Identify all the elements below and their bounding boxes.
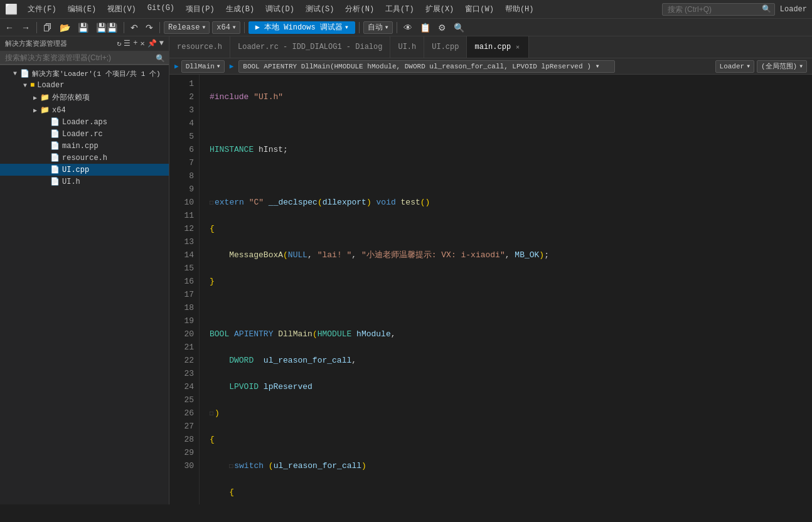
config-dropdown[interactable]: Release ▼ bbox=[164, 21, 210, 34]
undo-button[interactable]: ↶ bbox=[128, 21, 141, 34]
external-deps-label: 外部依赖项 bbox=[52, 92, 90, 103]
toolbar-btn-3[interactable]: ⚙ bbox=[435, 21, 449, 34]
menu-tools[interactable]: 工具(T) bbox=[380, 3, 419, 16]
sidebar-search-row: 🔍 bbox=[0, 51, 169, 65]
tab-main-cpp-close[interactable]: ✕ bbox=[515, 43, 521, 51]
run-button[interactable]: ▶ 本地 Windows 调试器 ▼ bbox=[248, 21, 355, 34]
config-dropdown-arrow: ▼ bbox=[202, 24, 205, 30]
x64-label: x64 bbox=[52, 106, 66, 115]
menu-file[interactable]: 文件(F) bbox=[23, 3, 61, 16]
menu-help[interactable]: 帮助(H) bbox=[500, 3, 539, 16]
sidebar-icon-pin[interactable]: 📌 bbox=[147, 39, 157, 48]
separator-6 bbox=[397, 22, 397, 33]
sidebar-icon-options[interactable]: ▼ bbox=[159, 39, 164, 48]
code-line-12: LPVOID lpReserved bbox=[210, 380, 812, 393]
sidebar-item-ui-h[interactable]: ▶ 📄 UI.h bbox=[0, 176, 169, 188]
ui-cpp-label: UI.cpp bbox=[62, 166, 89, 174]
external-deps-arrow: ▶ bbox=[30, 94, 40, 102]
tab-loader-rc[interactable]: Loader.rc - IDD_DIALOG1 - Dialog bbox=[230, 36, 390, 58]
menu-debug[interactable]: 调试(D) bbox=[260, 3, 299, 16]
solution-item[interactable]: ▼ 📄 解决方案'Loader'(1 个项目/共 1 个) bbox=[0, 68, 169, 80]
cpp-file-icon: 📄 bbox=[50, 141, 60, 151]
sidebar-header-icons: ↻ ☰ + ✕ 📌 ▼ bbox=[117, 39, 164, 48]
tab-resource-h[interactable]: resource.h bbox=[169, 36, 230, 58]
loader-aps-spacer: ▶ bbox=[40, 119, 50, 126]
sidebar-header: 解决方案资源管理器 ↻ ☰ + ✕ 📌 ▼ bbox=[0, 36, 169, 51]
nav-scope-left-arrow: ▼ bbox=[217, 63, 220, 69]
menu-test[interactable]: 测试(S) bbox=[301, 3, 339, 16]
toolbar-btn-1[interactable]: 👁 bbox=[401, 21, 415, 34]
code-editor[interactable]: 1 2 3 4 5 6 7 8 9 10 11 12 13 14 15 16 1… bbox=[169, 75, 812, 504]
tab-ui-cpp[interactable]: UI.cpp bbox=[424, 36, 467, 58]
nav-location-right-label: (全局范围) bbox=[761, 61, 797, 71]
menu-extensions[interactable]: 扩展(X) bbox=[420, 3, 459, 16]
toolbar-btn-2[interactable]: 📋 bbox=[417, 21, 433, 34]
new-file-button[interactable]: 🗍 bbox=[41, 21, 55, 34]
solution-icon: 📄 bbox=[20, 69, 29, 78]
solution-explorer: 解决方案资源管理器 ↻ ☰ + ✕ 📌 ▼ 🔍 ▼ 📄 解决方案'Loader'… bbox=[0, 36, 169, 504]
forward-button[interactable]: → bbox=[19, 21, 33, 34]
nav-bar: ▶ DllMain ▼ ▶ BOOL APIENTRY DllMain(HMOD… bbox=[169, 58, 812, 75]
separator-5 bbox=[359, 22, 360, 33]
nav-location: Loader ▼ (全局范围) ▼ bbox=[715, 60, 807, 73]
tab-main-cpp[interactable]: main.cpp ✕ bbox=[467, 36, 529, 58]
code-line-6: { bbox=[210, 222, 812, 235]
solution-label: 解决方案'Loader'(1 个项目/共 1 个) bbox=[32, 69, 161, 78]
menu-window[interactable]: 窗口(W) bbox=[460, 3, 499, 16]
sidebar-item-x64[interactable]: ▶ 📁 x64 bbox=[0, 104, 169, 116]
tab-ui-h[interactable]: UI.h bbox=[390, 36, 424, 58]
loader-aps-label: Loader.aps bbox=[62, 118, 107, 127]
sidebar-item-loader-rc[interactable]: ▶ 📄 Loader.rc bbox=[0, 128, 169, 140]
line-numbers: 1 2 3 4 5 6 7 8 9 10 11 12 13 14 15 16 1… bbox=[169, 75, 200, 504]
code-line-5: □extern "C" __declspec(dllexport) void t… bbox=[210, 196, 812, 209]
sidebar-icon-sync[interactable]: ↻ bbox=[117, 39, 121, 48]
menu-project[interactable]: 项目(P) bbox=[181, 3, 220, 16]
toolbar-btn-4[interactable]: 🔍 bbox=[451, 21, 467, 34]
back-button[interactable]: ← bbox=[3, 21, 16, 34]
solution-arrow: ▼ bbox=[10, 70, 20, 77]
resource-h-spacer: ▶ bbox=[40, 154, 50, 162]
sidebar-item-external-deps[interactable]: ▶ 📁 外部依赖项 bbox=[0, 91, 169, 104]
loader-project-arrow: ▼ bbox=[20, 82, 30, 89]
main-cpp-label: main.cpp bbox=[62, 142, 99, 151]
platform-dropdown[interactable]: x64 ▼ bbox=[212, 21, 240, 34]
x64-arrow: ▶ bbox=[30, 107, 40, 114]
global-search-input[interactable] bbox=[662, 3, 775, 16]
ui-h-icon: 📄 bbox=[50, 177, 60, 186]
sidebar-item-resource-h[interactable]: ▶ 📄 resource.h bbox=[0, 152, 169, 164]
sidebar-icon-filter[interactable]: ☰ bbox=[124, 39, 131, 48]
save-all-button[interactable]: 💾💾 bbox=[93, 21, 120, 34]
sidebar-item-ui-cpp[interactable]: ▶ 📄 UI.cpp bbox=[0, 164, 169, 176]
nav-location-left[interactable]: Loader ▼ bbox=[715, 60, 754, 73]
code-line-13: □) bbox=[210, 407, 812, 420]
sidebar-icon-close[interactable]: ✕ bbox=[141, 39, 145, 48]
tab-ui-cpp-label: UI.cpp bbox=[432, 43, 459, 51]
separator-1 bbox=[36, 22, 37, 33]
nav-scope-right[interactable]: BOOL APIENTRY DllMain(HMODULE hModule, D… bbox=[238, 60, 615, 73]
redo-button[interactable]: ↷ bbox=[143, 21, 156, 34]
open-file-button[interactable]: 📂 bbox=[57, 21, 73, 34]
menu-view[interactable]: 视图(V) bbox=[102, 3, 141, 16]
run-dropdown-arrow: ▼ bbox=[345, 24, 348, 30]
platform-dropdown-arrow: ▼ bbox=[233, 24, 236, 30]
menu-edit[interactable]: 编辑(E) bbox=[63, 3, 102, 16]
auto-dropdown[interactable]: 自动 ▼ bbox=[363, 21, 393, 34]
ui-h-label: UI.h bbox=[62, 178, 80, 186]
code-content[interactable]: #include "UI.h" HINSTANCE hInst; □extern… bbox=[200, 75, 812, 504]
sidebar-icon-new[interactable]: + bbox=[133, 39, 137, 48]
sidebar-search-input[interactable] bbox=[0, 51, 169, 65]
menu-git[interactable]: Git(G) bbox=[142, 3, 179, 16]
sidebar-item-loader-project[interactable]: ▼ ■ Loader bbox=[0, 80, 169, 91]
separator-2 bbox=[124, 22, 124, 33]
loader-rc-spacer: ▶ bbox=[40, 130, 50, 138]
main-toolbar: ← → 🗍 📂 💾 💾💾 ↶ ↷ Release ▼ x64 ▼ ▶ 本地 Wi… bbox=[0, 19, 812, 36]
nav-location-right[interactable]: (全局范围) ▼ bbox=[757, 60, 807, 73]
menu-build[interactable]: 生成(B) bbox=[221, 3, 260, 16]
menu-analyze[interactable]: 分析(N) bbox=[340, 3, 379, 16]
aps-file-icon: 📄 bbox=[50, 117, 60, 127]
save-button[interactable]: 💾 bbox=[75, 21, 91, 34]
nav-scope-left[interactable]: DllMain ▼ bbox=[181, 60, 225, 73]
nav-file-icon: ▶ bbox=[174, 62, 179, 70]
sidebar-item-loader-aps[interactable]: ▶ 📄 Loader.aps bbox=[0, 116, 169, 128]
sidebar-item-main-cpp[interactable]: ▶ 📄 main.cpp bbox=[0, 140, 169, 152]
